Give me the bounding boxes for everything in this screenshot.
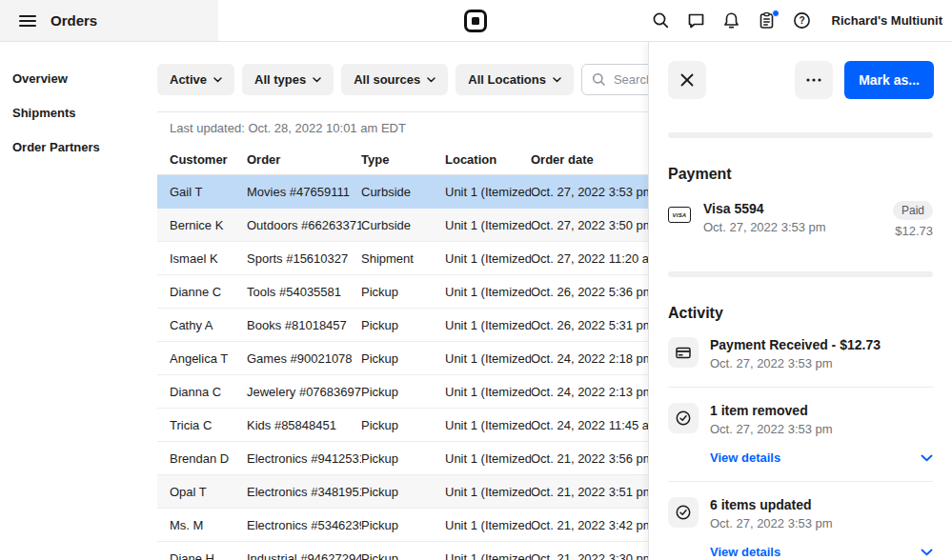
chevron-down-icon[interactable] [921,454,933,462]
cell-type: Pickup [361,418,445,432]
cell-customer: Angelica T [170,351,247,366]
panel-header-actions: Mark as... [795,61,934,99]
activity-entry: 1 item removed Oct. 27, 2022 3:53 pm Vie… [649,403,952,482]
help-icon[interactable]: ? [793,11,812,30]
cell-order: Games #90021078 [247,351,361,366]
activity-divider [668,481,933,482]
ellipsis-icon [806,78,821,82]
sidebar-item-label: Shipments [12,106,75,120]
column-header-location: Location [445,152,531,167]
cell-location: Unit 1 (Itemized) [445,218,531,232]
search-icon [592,72,606,87]
column-header-customer: Customer [170,152,247,167]
sidebar-item-label: Order Partners [12,140,100,154]
activity-icon-tile [668,403,699,433]
cell-location: Unit 1 (Itemized) [445,418,531,432]
topbar-actions: ? Richard's Multiunit [652,0,942,41]
cell-location: Unit 1 (Itemized) [445,451,531,466]
paid-status-badge: Paid [893,201,933,220]
cell-type: Curbside [361,218,445,232]
cell-location: Unit 1 (Itemized) [445,318,531,332]
check-circle-icon [676,410,691,426]
cell-customer: Dianne C [170,285,247,299]
cell-order: Movies #47659111 [247,185,361,199]
cell-order: Jewelery #07683697 [247,385,361,399]
activity-body: 6 items updated Oct. 27, 2022 3:53 pm Vi… [710,497,933,559]
cell-location: Unit 1 (Itemized) [445,485,531,499]
sidebar-item-overview[interactable]: Overview [0,61,157,95]
cell-customer: Gail T [170,185,247,199]
sidebar-item-shipments[interactable]: Shipments [0,95,157,130]
cell-customer: Diane H [170,551,247,560]
cell-type: Pickup [361,518,445,532]
view-details-row[interactable]: View details [710,450,933,465]
cell-location: Unit 1 (Itemized) [445,251,531,266]
view-details-link[interactable]: View details [710,450,780,465]
cell-type: Pickup [361,318,445,332]
cell-customer: Brendan D [170,451,247,466]
source-filter[interactable]: All sources [341,64,448,95]
filter-chip-label: All sources [354,72,420,87]
payment-status-amount: Paid $12.73 [893,201,933,238]
cell-type: Curbside [361,185,445,199]
activity-divider [668,387,933,388]
payment-method-info: Visa 5594 Oct. 27, 2022 3:53 pm [703,201,893,234]
cell-order: Electronics #3481951 [247,485,361,499]
activity-title: Payment Received - $12.73 [710,337,933,352]
activity-body: Payment Received - $12.73 Oct. 27, 2022 … [710,337,933,370]
section-divider-bar [668,132,933,138]
square-logo-icon[interactable] [462,8,489,34]
cell-type: Pickup [361,385,445,399]
close-button[interactable] [668,61,706,99]
cell-order: Outdoors #66263371 [247,218,361,232]
sidebar-item-label: Overview [12,71,68,86]
credit-card-icon [676,347,691,359]
chevron-down-icon [313,77,321,83]
payment-date: Oct. 27, 2022 3:53 pm [703,220,893,234]
cell-customer: Ismael K [170,251,247,266]
column-header-type: Type [361,152,445,167]
filter-chip-label: All types [254,72,306,87]
filter-chip-label: Active [170,72,207,87]
activity-icon-tile [668,337,699,368]
activity-date: Oct. 27, 2022 3:53 pm [710,356,933,370]
merchant-account-button[interactable]: Richard's Multiunit [832,13,942,28]
cell-location: Unit 1 (Itemized) [445,385,531,399]
activity-entry: Payment Received - $12.73 Oct. 27, 2022 … [649,337,952,388]
section-divider-bar [668,271,933,277]
cell-type: Pickup [361,551,445,560]
notifications-bell-icon[interactable] [722,11,741,30]
cell-order: Electronics #9412531 [247,451,361,466]
chevron-down-icon [427,77,435,83]
page-title: Orders [51,12,97,29]
filter-chip-label: All Locations [468,72,546,87]
filter-chips: Active All types All sources All [157,64,574,95]
more-actions-button[interactable] [795,61,833,99]
cell-location: Unit 1 (Itemized) [445,185,531,199]
chevron-down-icon [553,77,561,83]
activity-item: 6 items updated Oct. 27, 2022 3:53 pm Vi… [668,497,933,559]
activity-date: Oct. 27, 2022 3:53 pm [710,516,933,530]
type-filter[interactable]: All types [242,64,334,95]
search-icon[interactable] [652,11,671,30]
location-filter[interactable]: All Locations [456,64,574,95]
sidebar: Overview Shipments Order Partners [0,42,157,560]
chevron-down-icon[interactable] [921,549,933,556]
cell-order: Books #81018457 [247,318,361,332]
notification-dot [772,10,780,17]
orders-clipboard-icon[interactable] [758,11,777,30]
view-details-row[interactable]: View details [710,545,933,559]
sidebar-item-order-partners[interactable]: Order Partners [0,130,157,164]
visa-card-icon: VISA [668,207,691,223]
cell-customer: Ms. M [170,518,247,532]
topbar-left: Orders [0,0,218,41]
messages-icon[interactable] [687,11,706,30]
menu-icon[interactable] [19,15,36,27]
mark-as-button[interactable]: Mark as... [844,61,934,99]
cell-type: Pickup [361,485,445,499]
cell-customer: Bernice K [170,218,247,232]
activity-icon-tile [668,497,699,528]
status-filter[interactable]: Active [157,64,234,95]
view-details-link[interactable]: View details [710,545,780,559]
cell-customer: Cathy A [170,318,247,332]
